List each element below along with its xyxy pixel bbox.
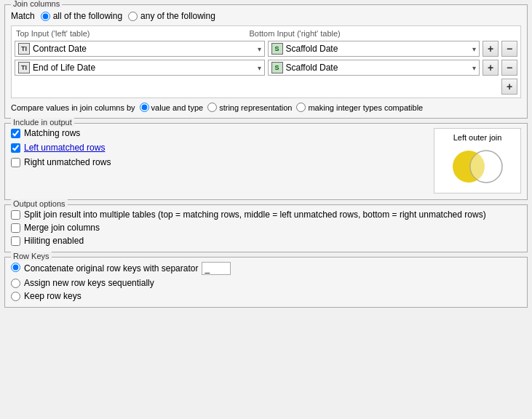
right-select-0[interactable]: S Scaffold Date ▾ Scaffold Date [268,41,480,57]
right-unmatched-text: Right unmatched rows [24,157,111,167]
concatenate-radio[interactable] [11,263,20,272]
row-keys-content: Concatenate original row keys with separ… [11,262,521,301]
left-unmatched-text: Left unmatched rows [24,143,105,153]
top-input-header: Top Input ('left' table) [15,29,245,38]
concatenate-text: Concatenate original row keys with separ… [24,263,198,274]
output-options-section: Output options Split join result into mu… [4,204,528,252]
row-keys-section: Row Keys Concatenate original row keys w… [4,257,528,308]
left-unmatched-checkbox[interactable] [11,143,20,153]
remove-row-button-0[interactable]: − [501,41,517,57]
output-options-legend: Output options [11,199,68,208]
output-options-content: Split join result into multiple tables (… [11,210,521,246]
include-checkboxes: Matching rows Left unmatched rows Right … [11,128,426,193]
split-tables-text: Split join result into multiple tables (… [24,210,486,220]
matching-rows-checkbox[interactable] [11,129,20,138]
keep-keys-text: Keep row keys [24,291,82,301]
compare-row: Compare values in join columns by value … [11,103,521,112]
remove-row-button-1[interactable]: − [501,60,517,76]
left-select-0[interactable]: TI Contract Date ▾ Contract Date [15,41,265,57]
compare-value-type-text: value and type [151,103,204,112]
include-output-section: Include in output Matching rows Left unm… [4,123,528,200]
add-row-area: + [15,79,517,95]
add-row-button-1[interactable]: + [483,60,499,76]
compare-string-radio[interactable] [207,103,217,112]
hiliting-label[interactable]: Hiliting enabled [11,236,521,246]
add-row-button-bottom[interactable]: + [501,79,517,95]
right-unmatched-checkbox[interactable] [11,158,20,167]
compare-value-type-radio[interactable] [140,103,149,112]
compare-integer-radio[interactable] [296,103,306,112]
matching-rows-label[interactable]: Matching rows [11,128,426,138]
hiliting-text: Hiliting enabled [24,236,84,246]
assign-keys-text: Assign new row keys sequentially [24,278,154,288]
include-output-legend: Include in output [11,118,74,127]
left-select-1[interactable]: TI End of Life Date ▾ End of Life Date [15,60,265,76]
compare-integer-text: making integer types compatible [308,103,423,112]
match-label: Match [11,11,35,21]
join-left-1: TI End of Life Date ▾ End of Life Date [15,60,265,76]
left-outer-join-label: Left outer join [453,133,502,142]
merge-columns-label[interactable]: Merge join columns [11,223,521,233]
right-unmatched-label[interactable]: Right unmatched rows [11,157,426,167]
join-table-area: Top Input ('left' table) Bottom Input ('… [11,25,521,98]
assign-keys-radio[interactable] [11,279,20,288]
hiliting-checkbox[interactable] [11,236,20,246]
radio-all-text: all of the following [53,11,122,21]
row-keys-legend: Row Keys [11,252,52,260]
match-row: Match all of the following any of the fo… [11,11,521,21]
bottom-input-header: Bottom Input ('right' table) [248,29,479,38]
join-row-0: TI Contract Date ▾ Contract Date S Sca [15,41,517,57]
include-section: Matching rows Left unmatched rows Right … [11,128,521,193]
separator-input[interactable] [202,262,231,275]
main-container: Join columns Match all of the following … [0,0,532,312]
merge-columns-text: Merge join columns [24,223,100,233]
venn-diagram [445,145,510,188]
assign-keys-label[interactable]: Assign new row keys sequentially [11,278,521,288]
join-right-0: S Scaffold Date ▾ Scaffold Date + − [268,41,518,57]
compare-integer-label[interactable]: making integer types compatible [296,103,423,112]
compare-label: Compare values in join columns by [11,103,135,112]
join-row-1: TI End of Life Date ▾ End of Life Date S [15,60,517,76]
join-columns-legend: Join columns [11,0,62,8]
left-outer-join-box: Left outer join [434,128,521,193]
keep-keys-label[interactable]: Keep row keys [11,291,521,301]
compare-string-text: string representation [219,103,292,112]
radio-any-input[interactable] [128,12,138,21]
compare-value-type-label[interactable]: value and type [140,103,204,112]
radio-any-label[interactable]: any of the following [128,11,215,21]
concatenate-row: Concatenate original row keys with separ… [11,262,521,275]
right-select-1[interactable]: S Scaffold Date ▾ Scaffold Date [268,60,480,76]
matching-rows-text: Matching rows [24,128,80,138]
compare-string-label[interactable]: string representation [207,103,292,112]
split-tables-checkbox[interactable] [11,210,20,220]
radio-all-input[interactable] [41,12,50,21]
keep-keys-radio[interactable] [11,292,20,301]
join-right-1: S Scaffold Date ▾ Scaffold Date + − [268,60,518,76]
split-tables-label[interactable]: Split join result into multiple tables (… [11,210,521,220]
left-unmatched-label[interactable]: Left unmatched rows [11,143,426,153]
join-left-0: TI Contract Date ▾ Contract Date [15,41,265,57]
join-headers: Top Input ('left' table) Bottom Input ('… [15,29,517,38]
radio-all-label[interactable]: all of the following [41,11,122,21]
radio-any-text: any of the following [140,11,215,21]
add-row-button-0[interactable]: + [483,41,499,57]
concatenate-label[interactable] [11,263,20,274]
join-columns-section: Join columns Match all of the following … [4,4,528,119]
merge-columns-checkbox[interactable] [11,223,20,233]
